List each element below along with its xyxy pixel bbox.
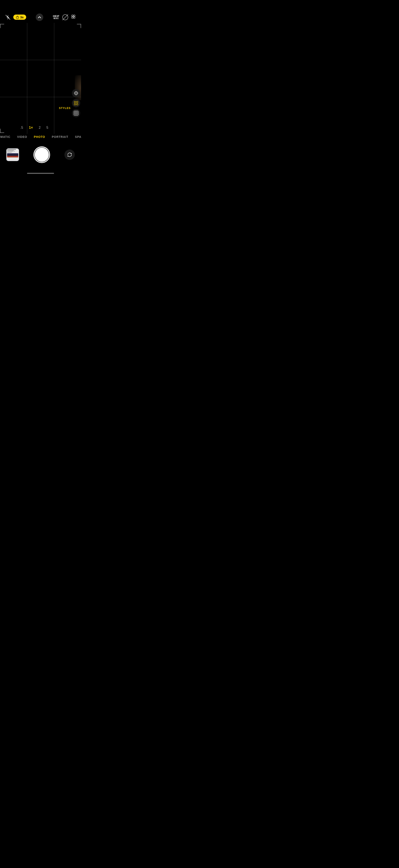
flash-off-icon [5,14,11,20]
flip-camera-icon [67,152,72,157]
styles-button[interactable] [72,99,80,107]
svg-rect-16 [74,101,76,103]
flash-button[interactable] [4,13,12,21]
grid-overlay [0,23,81,134]
zoom-1x-button[interactable]: 1× [29,126,33,130]
mode-photo[interactable]: PHOTO [31,133,48,140]
svg-rect-6 [72,15,73,17]
grid-vertical-1 [27,23,27,134]
chevron-up-button[interactable] [36,13,43,21]
svg-rect-19 [76,103,78,105]
thumbnail-preview [6,149,19,161]
shutter-button[interactable] [33,146,50,163]
home-indicator [27,173,54,174]
svg-point-11 [75,92,77,94]
grid-button[interactable] [71,14,77,20]
svg-rect-18 [74,103,76,105]
live-photo-button[interactable] [62,14,68,20]
grid-vertical-2 [54,23,54,134]
top-right-controls: HEIF MAX [53,14,77,20]
zoom-0-5x-button[interactable]: .5 [20,126,23,129]
corner-bracket-tl [0,24,4,28]
zoom-5x-button[interactable]: 5 [46,126,48,129]
timer-label: 3s [20,16,24,19]
svg-rect-7 [73,15,75,17]
grid-lines-icon [74,111,78,116]
top-left-controls: 3s [4,13,26,21]
svg-rect-8 [72,17,73,18]
corner-bracket-tr [77,24,81,28]
flip-camera-button[interactable] [64,150,75,160]
shutter-inner [35,148,49,162]
svg-rect-17 [76,101,78,103]
mode-cinematic[interactable]: CINEMATIC [0,133,14,140]
styles-label: STYLES [59,106,71,110]
lens-pro-button[interactable] [72,89,80,97]
photo-thumbnail[interactable] [6,148,19,161]
svg-point-10 [74,92,78,95]
grid-toggle-button[interactable] [72,109,80,117]
svg-rect-9 [73,17,75,18]
styles-grid-icon [74,101,78,105]
mode-video[interactable]: VIDEO [14,133,31,140]
chevron-up-icon [38,16,41,19]
camera-mode-selector: CINEMATIC VIDEO PHOTO PORTRAIT SPATIAL [0,133,81,140]
top-controls-bar: 3s HEIF MAX [0,11,81,23]
mode-spatial[interactable]: SPATIAL [72,133,81,140]
max-label: MAX [54,18,59,20]
timer-badge[interactable]: 3s [13,14,26,20]
svg-rect-20 [74,111,78,115]
bottom-controls [0,140,81,169]
zoom-2x-button[interactable]: 2 [39,126,40,129]
mode-portrait[interactable]: PORTRAIT [48,133,72,140]
grid-dots-icon [71,14,77,20]
timer-icon [16,16,19,19]
lens-icon [74,91,78,95]
right-side-controls [72,89,80,117]
svg-marker-26 [67,155,69,156]
zoom-controls: .5 1× 2 5 [0,126,69,130]
heif-max-button[interactable]: HEIF MAX [53,15,60,20]
